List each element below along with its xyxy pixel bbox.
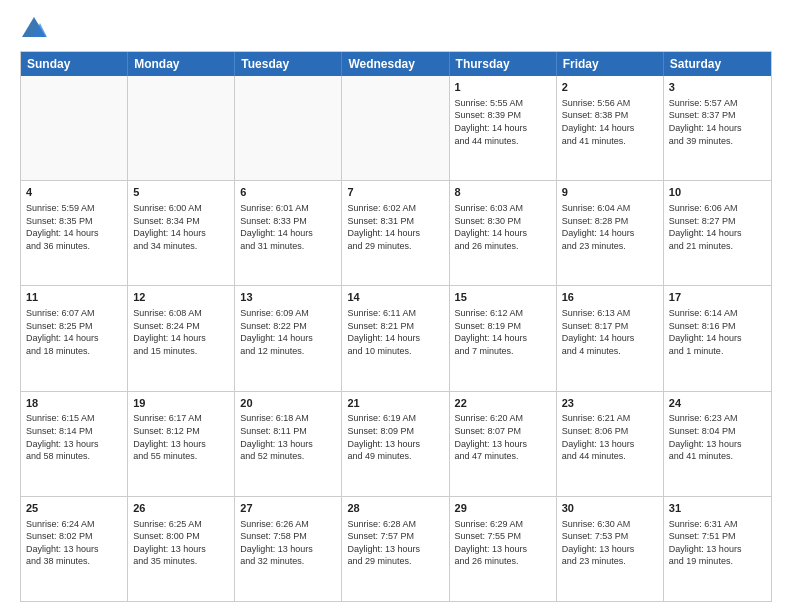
cell-info: Sunrise: 6:00 AM Sunset: 8:34 PM Dayligh… [133, 202, 229, 252]
calendar-row-3: 18Sunrise: 6:15 AM Sunset: 8:14 PM Dayli… [21, 391, 771, 496]
cell-info: Sunrise: 6:13 AM Sunset: 8:17 PM Dayligh… [562, 307, 658, 357]
calendar-cell-1: 1Sunrise: 5:55 AM Sunset: 8:39 PM Daylig… [450, 76, 557, 180]
header-day-saturday: Saturday [664, 52, 771, 76]
header-day-wednesday: Wednesday [342, 52, 449, 76]
day-number: 7 [347, 185, 443, 200]
calendar-cell-4: 4Sunrise: 5:59 AM Sunset: 8:35 PM Daylig… [21, 181, 128, 285]
calendar-cell-3: 3Sunrise: 5:57 AM Sunset: 8:37 PM Daylig… [664, 76, 771, 180]
calendar-cell-8: 8Sunrise: 6:03 AM Sunset: 8:30 PM Daylig… [450, 181, 557, 285]
header [20, 15, 772, 43]
day-number: 26 [133, 501, 229, 516]
day-number: 14 [347, 290, 443, 305]
cell-info: Sunrise: 6:31 AM Sunset: 7:51 PM Dayligh… [669, 518, 766, 568]
calendar-cell-15: 15Sunrise: 6:12 AM Sunset: 8:19 PM Dayli… [450, 286, 557, 390]
cell-info: Sunrise: 6:06 AM Sunset: 8:27 PM Dayligh… [669, 202, 766, 252]
day-number: 5 [133, 185, 229, 200]
day-number: 8 [455, 185, 551, 200]
cell-info: Sunrise: 6:07 AM Sunset: 8:25 PM Dayligh… [26, 307, 122, 357]
cell-info: Sunrise: 6:04 AM Sunset: 8:28 PM Dayligh… [562, 202, 658, 252]
calendar-cell-19: 19Sunrise: 6:17 AM Sunset: 8:12 PM Dayli… [128, 392, 235, 496]
page: SundayMondayTuesdayWednesdayThursdayFrid… [0, 0, 792, 612]
calendar-cell-empty-0-1 [128, 76, 235, 180]
calendar-cell-25: 25Sunrise: 6:24 AM Sunset: 8:02 PM Dayli… [21, 497, 128, 601]
day-number: 9 [562, 185, 658, 200]
header-day-thursday: Thursday [450, 52, 557, 76]
cell-info: Sunrise: 6:20 AM Sunset: 8:07 PM Dayligh… [455, 412, 551, 462]
day-number: 3 [669, 80, 766, 95]
calendar-cell-11: 11Sunrise: 6:07 AM Sunset: 8:25 PM Dayli… [21, 286, 128, 390]
day-number: 24 [669, 396, 766, 411]
cell-info: Sunrise: 6:12 AM Sunset: 8:19 PM Dayligh… [455, 307, 551, 357]
cell-info: Sunrise: 6:02 AM Sunset: 8:31 PM Dayligh… [347, 202, 443, 252]
calendar-cell-5: 5Sunrise: 6:00 AM Sunset: 8:34 PM Daylig… [128, 181, 235, 285]
cell-info: Sunrise: 6:01 AM Sunset: 8:33 PM Dayligh… [240, 202, 336, 252]
day-number: 31 [669, 501, 766, 516]
calendar-header: SundayMondayTuesdayWednesdayThursdayFrid… [21, 52, 771, 76]
calendar-cell-12: 12Sunrise: 6:08 AM Sunset: 8:24 PM Dayli… [128, 286, 235, 390]
day-number: 6 [240, 185, 336, 200]
calendar-cell-27: 27Sunrise: 6:26 AM Sunset: 7:58 PM Dayli… [235, 497, 342, 601]
day-number: 28 [347, 501, 443, 516]
cell-info: Sunrise: 6:25 AM Sunset: 8:00 PM Dayligh… [133, 518, 229, 568]
calendar-cell-30: 30Sunrise: 6:30 AM Sunset: 7:53 PM Dayli… [557, 497, 664, 601]
calendar-cell-31: 31Sunrise: 6:31 AM Sunset: 7:51 PM Dayli… [664, 497, 771, 601]
logo [20, 15, 52, 43]
calendar-cell-21: 21Sunrise: 6:19 AM Sunset: 8:09 PM Dayli… [342, 392, 449, 496]
day-number: 21 [347, 396, 443, 411]
cell-info: Sunrise: 6:24 AM Sunset: 8:02 PM Dayligh… [26, 518, 122, 568]
calendar-cell-13: 13Sunrise: 6:09 AM Sunset: 8:22 PM Dayli… [235, 286, 342, 390]
day-number: 12 [133, 290, 229, 305]
day-number: 22 [455, 396, 551, 411]
cell-info: Sunrise: 6:18 AM Sunset: 8:11 PM Dayligh… [240, 412, 336, 462]
cell-info: Sunrise: 6:23 AM Sunset: 8:04 PM Dayligh… [669, 412, 766, 462]
calendar-cell-empty-0-0 [21, 76, 128, 180]
calendar-cell-17: 17Sunrise: 6:14 AM Sunset: 8:16 PM Dayli… [664, 286, 771, 390]
calendar-row-4: 25Sunrise: 6:24 AM Sunset: 8:02 PM Dayli… [21, 496, 771, 601]
day-number: 2 [562, 80, 658, 95]
cell-info: Sunrise: 6:08 AM Sunset: 8:24 PM Dayligh… [133, 307, 229, 357]
day-number: 16 [562, 290, 658, 305]
cell-info: Sunrise: 5:56 AM Sunset: 8:38 PM Dayligh… [562, 97, 658, 147]
calendar-cell-22: 22Sunrise: 6:20 AM Sunset: 8:07 PM Dayli… [450, 392, 557, 496]
calendar-cell-empty-0-3 [342, 76, 449, 180]
day-number: 15 [455, 290, 551, 305]
day-number: 19 [133, 396, 229, 411]
day-number: 25 [26, 501, 122, 516]
cell-info: Sunrise: 5:59 AM Sunset: 8:35 PM Dayligh… [26, 202, 122, 252]
day-number: 29 [455, 501, 551, 516]
calendar-cell-14: 14Sunrise: 6:11 AM Sunset: 8:21 PM Dayli… [342, 286, 449, 390]
cell-info: Sunrise: 6:21 AM Sunset: 8:06 PM Dayligh… [562, 412, 658, 462]
day-number: 27 [240, 501, 336, 516]
calendar-cell-24: 24Sunrise: 6:23 AM Sunset: 8:04 PM Dayli… [664, 392, 771, 496]
cell-info: Sunrise: 5:55 AM Sunset: 8:39 PM Dayligh… [455, 97, 551, 147]
day-number: 30 [562, 501, 658, 516]
cell-info: Sunrise: 6:29 AM Sunset: 7:55 PM Dayligh… [455, 518, 551, 568]
calendar: SundayMondayTuesdayWednesdayThursdayFrid… [20, 51, 772, 602]
cell-info: Sunrise: 6:09 AM Sunset: 8:22 PM Dayligh… [240, 307, 336, 357]
cell-info: Sunrise: 6:30 AM Sunset: 7:53 PM Dayligh… [562, 518, 658, 568]
calendar-cell-28: 28Sunrise: 6:28 AM Sunset: 7:57 PM Dayli… [342, 497, 449, 601]
day-number: 20 [240, 396, 336, 411]
day-number: 18 [26, 396, 122, 411]
cell-info: Sunrise: 6:03 AM Sunset: 8:30 PM Dayligh… [455, 202, 551, 252]
cell-info: Sunrise: 6:19 AM Sunset: 8:09 PM Dayligh… [347, 412, 443, 462]
calendar-cell-29: 29Sunrise: 6:29 AM Sunset: 7:55 PM Dayli… [450, 497, 557, 601]
cell-info: Sunrise: 6:14 AM Sunset: 8:16 PM Dayligh… [669, 307, 766, 357]
logo-icon [20, 15, 48, 43]
calendar-cell-9: 9Sunrise: 6:04 AM Sunset: 8:28 PM Daylig… [557, 181, 664, 285]
cell-info: Sunrise: 6:28 AM Sunset: 7:57 PM Dayligh… [347, 518, 443, 568]
calendar-row-2: 11Sunrise: 6:07 AM Sunset: 8:25 PM Dayli… [21, 285, 771, 390]
cell-info: Sunrise: 6:11 AM Sunset: 8:21 PM Dayligh… [347, 307, 443, 357]
calendar-cell-26: 26Sunrise: 6:25 AM Sunset: 8:00 PM Dayli… [128, 497, 235, 601]
calendar-cell-7: 7Sunrise: 6:02 AM Sunset: 8:31 PM Daylig… [342, 181, 449, 285]
day-number: 13 [240, 290, 336, 305]
calendar-cell-20: 20Sunrise: 6:18 AM Sunset: 8:11 PM Dayli… [235, 392, 342, 496]
cell-info: Sunrise: 6:17 AM Sunset: 8:12 PM Dayligh… [133, 412, 229, 462]
header-day-monday: Monday [128, 52, 235, 76]
header-day-friday: Friday [557, 52, 664, 76]
header-day-sunday: Sunday [21, 52, 128, 76]
day-number: 23 [562, 396, 658, 411]
day-number: 17 [669, 290, 766, 305]
day-number: 10 [669, 185, 766, 200]
calendar-body: 1Sunrise: 5:55 AM Sunset: 8:39 PM Daylig… [21, 76, 771, 601]
